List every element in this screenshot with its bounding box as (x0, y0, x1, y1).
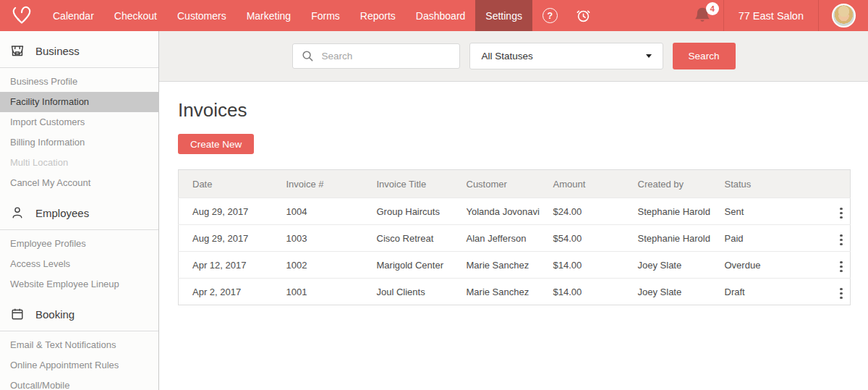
nav-item-reports[interactable]: Reports (350, 0, 406, 31)
status-filter-value: All Statuses (482, 51, 533, 62)
sidebar-section-title: Booking (35, 308, 75, 321)
page-title: Invoices (178, 99, 850, 122)
cell-customer: Alan Jefferson (453, 225, 540, 252)
table-header-row: Date Invoice # Invoice Title Customer Am… (179, 170, 851, 198)
cell-date: Aug 29, 2017 (179, 198, 273, 225)
reminders-button[interactable] (566, 0, 600, 31)
col-header-created-by: Created by (624, 170, 711, 198)
row-actions-kebab-icon[interactable] (835, 232, 847, 249)
row-actions-kebab-icon[interactable] (835, 205, 847, 222)
nav-item-checkout[interactable]: Checkout (104, 0, 167, 31)
top-nav: Calendar Checkout Customers Marketing Fo… (0, 0, 868, 31)
brand-logo[interactable] (0, 0, 43, 31)
cell-customer: Yolanda Jovonavich (453, 198, 540, 225)
cell-amount: $14.00 (540, 279, 624, 305)
cell-status: Overdue (711, 252, 822, 279)
user-avatar (832, 4, 856, 27)
nav-item-calendar[interactable]: Calendar (43, 0, 104, 31)
col-header-customer: Customer (453, 170, 540, 198)
sidebar-item-import-customers[interactable]: Import Customers (0, 112, 158, 132)
chevron-down-icon (646, 54, 652, 58)
sidebar-item-multi-location: Multi Location (0, 153, 158, 173)
person-icon (10, 205, 25, 220)
col-header-actions (822, 170, 851, 198)
settings-sidebar: Business Business Profile Facility Infor… (0, 31, 159, 390)
main-panel: All Statuses Search Invoices Create New … (159, 31, 868, 390)
cell-date: Apr 2, 2017 (179, 279, 273, 305)
status-filter-select[interactable]: All Statuses (469, 43, 663, 69)
sidebar-section-employees: Employees Employee Profiles Access Level… (0, 193, 158, 294)
notifications-button[interactable]: 4 (684, 0, 723, 31)
sidebar-item-email-text-notifications[interactable]: Email & Text Notifications (0, 335, 158, 355)
row-actions-kebab-icon[interactable] (835, 285, 847, 302)
sidebar-item-website-employee-lineup[interactable]: Website Employee Lineup (0, 274, 158, 294)
sidebar-item-online-appointment-rules[interactable]: Online Appointment Rules (0, 355, 158, 376)
user-menu[interactable] (819, 0, 868, 31)
cell-invoice-title: Joul Clients (363, 279, 453, 305)
search-button[interactable]: Search (673, 43, 736, 69)
search-icon (302, 50, 314, 62)
cell-status: Sent (711, 198, 822, 225)
invoices-content: Invoices Create New Date Invoice # Invoi… (159, 82, 868, 305)
cell-status: Draft (711, 279, 822, 305)
col-header-status: Status (711, 170, 822, 198)
cell-invoice-number: 1001 (273, 279, 363, 305)
sidebar-item-outcall-mobile[interactable]: Outcall/Mobile (0, 376, 158, 390)
sidebar-section-business: Business Business Profile Facility Infor… (0, 31, 158, 193)
sidebar-section-booking: Booking Email & Text Notifications Onlin… (0, 294, 158, 390)
cell-amount: $24.00 (540, 198, 624, 225)
cell-date: Apr 12, 2017 (179, 252, 273, 279)
cell-invoice-title: Marigold Center (363, 252, 453, 279)
cell-amount: $54.00 (540, 225, 624, 252)
help-icon: ? (542, 8, 558, 23)
nav-item-marketing[interactable]: Marketing (237, 0, 301, 31)
sidebar-section-business-header: Business (0, 43, 158, 68)
nav-item-settings[interactable]: Settings (475, 0, 532, 31)
calendar-icon (10, 307, 25, 321)
cell-created-by: Stephanie Harold (624, 198, 711, 225)
cell-customer: Marie Sanchez (453, 279, 540, 305)
sidebar-section-title: Employees (35, 207, 89, 219)
cell-customer: Marie Sanchez (453, 252, 540, 279)
main-menu: Calendar Checkout Customers Marketing Fo… (43, 0, 532, 31)
cell-created-by: Stephanie Harold (624, 225, 711, 252)
vagaro-logo-icon (10, 4, 33, 27)
cell-invoice-number: 1004 (273, 198, 363, 225)
notification-count-badge: 4 (706, 2, 719, 15)
nav-item-customers[interactable]: Customers (167, 0, 237, 31)
sidebar-item-facility-information[interactable]: Facility Information (0, 92, 158, 112)
nav-item-forms[interactable]: Forms (301, 0, 350, 31)
create-new-button[interactable]: Create New (178, 134, 254, 154)
col-header-invoice-title: Invoice Title (363, 170, 453, 198)
table-row: Apr 12, 2017 1002 Marigold Center Marie … (179, 252, 851, 279)
cell-invoice-title: Group Haircuts (363, 198, 453, 225)
table-row: Aug 29, 2017 1003 Cisco Retreat Alan Jef… (179, 225, 851, 252)
nav-item-dashboard[interactable]: Dashboard (406, 0, 476, 31)
filter-toolbar: All Statuses Search (159, 31, 868, 82)
sidebar-section-title: Business (35, 45, 80, 57)
search-input[interactable] (320, 50, 452, 62)
cell-status: Paid (711, 225, 822, 252)
sidebar-item-billing-information[interactable]: Billing Information (0, 132, 158, 153)
storefront-icon (10, 43, 25, 58)
sidebar-section-employees-header: Employees (0, 205, 158, 230)
sidebar-item-cancel-my-account[interactable]: Cancel My Account (0, 173, 158, 193)
table-row: Aug 29, 2017 1004 Group Haircuts Yolanda… (179, 198, 851, 225)
search-box (292, 43, 460, 69)
sidebar-item-access-levels[interactable]: Access Levels (0, 254, 158, 274)
cell-date: Aug 29, 2017 (179, 225, 273, 252)
col-header-amount: Amount (540, 170, 624, 198)
sidebar-item-business-profile[interactable]: Business Profile (0, 72, 158, 92)
business-account-name[interactable]: 77 East Salon (724, 0, 818, 31)
sidebar-item-employee-profiles[interactable]: Employee Profiles (0, 234, 158, 254)
cell-invoice-number: 1002 (273, 252, 363, 279)
invoices-table: Date Invoice # Invoice Title Customer Am… (178, 169, 851, 305)
cell-created-by: Joey Slate (624, 252, 711, 279)
row-actions-kebab-icon[interactable] (835, 258, 847, 276)
alarm-clock-icon (575, 7, 592, 24)
cell-invoice-title: Cisco Retreat (363, 225, 453, 252)
help-button[interactable]: ? (534, 0, 566, 31)
cell-amount: $14.00 (540, 252, 624, 279)
table-row: Apr 2, 2017 1001 Joul Clients Marie Sanc… (179, 279, 851, 305)
cell-invoice-number: 1003 (273, 225, 363, 252)
